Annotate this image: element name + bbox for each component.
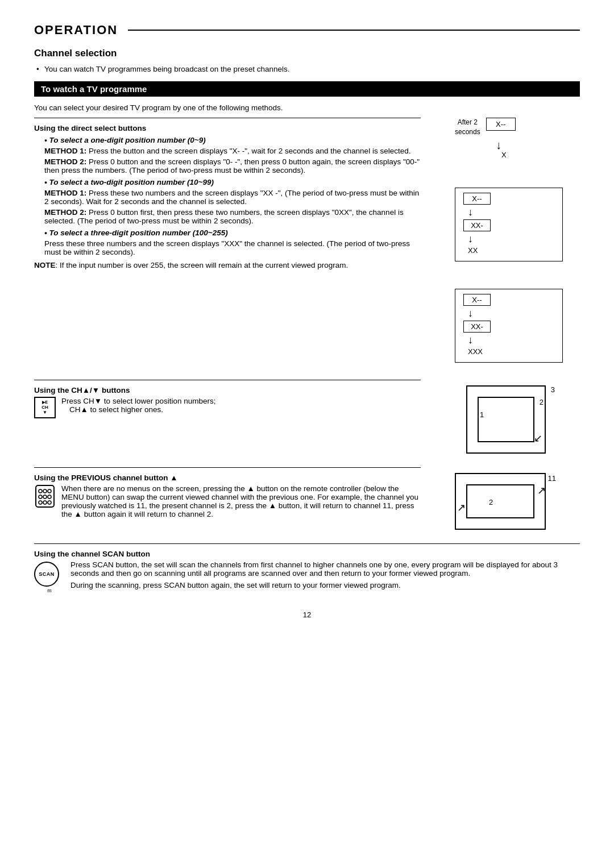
scan-text-content: Press SCAN button, the set will scan the… <box>70 560 580 589</box>
prev-channel-diagram: 11 2 ↗ ↗ <box>455 473 557 535</box>
method1-label-2d: METHOD 1: <box>44 189 86 197</box>
right-column-diagrams: After 2 seconds X-- ↓ X X-- ↓ XX- <box>432 118 580 380</box>
ch-inner-box <box>478 397 534 442</box>
svg-point-3 <box>48 489 51 493</box>
ch-icon-box: ▶E CH ▼ <box>34 397 56 418</box>
direct-select-divider <box>34 118 421 118</box>
ch-buttons-header: Using the CH▲/▼ buttons <box>34 386 421 394</box>
three-digit-italic: To select a three-digit position number … <box>44 229 421 237</box>
ch-line1: Press CH▼ to select lower position numbe… <box>61 397 215 405</box>
diag-row-xdash-3d: X-- <box>463 294 554 306</box>
ch-section-left: Using the CH▲/▼ buttons ▶E CH ▼ Press CH… <box>34 380 432 459</box>
method1-one-digit: METHOD 1: Press the button and the scree… <box>44 147 421 155</box>
three-digit-frame: X-- ↓ XX- ↓ XXX <box>455 289 563 363</box>
hand-icon <box>34 484 56 508</box>
ch-num-2: 2 <box>540 398 544 406</box>
prev-inner-box <box>466 484 534 518</box>
svg-point-6 <box>48 495 51 499</box>
diag-box-xxdash-3d: XX- <box>463 321 491 333</box>
svg-point-2 <box>43 489 47 493</box>
note-text: : If the input number is over 255, the s… <box>56 261 349 269</box>
method1-text-2d: Press these two numbers and the screen d… <box>44 189 419 206</box>
method2-text-2d: Press 0 button first, then press these t… <box>44 208 404 225</box>
prev-num-11: 11 <box>548 474 556 483</box>
ch-icon-section: ▶E CH ▼ Press CH▼ to select lower positi… <box>34 397 421 418</box>
diag-result-xx: XX <box>468 246 478 255</box>
scan-text1: Press SCAN button, the set will scan the… <box>70 560 580 578</box>
diag-arrow-3d-2: ↓ <box>468 334 554 346</box>
operation-header: OPERATION <box>34 23 580 38</box>
method1-text-1d: Press the button and the screen displays… <box>89 147 410 155</box>
note-block: NOTE: If the input number is over 255, t… <box>34 261 421 269</box>
one-digit-italic: To select a one-digit position number (0… <box>44 136 421 144</box>
ch-line2: CH▲ to select higher ones. <box>69 405 215 414</box>
main-layout: Using the direct select buttons To selec… <box>34 118 580 380</box>
xdash-box-1d: X-- <box>486 118 516 131</box>
scan-circle-icon: SCAN <box>34 562 59 587</box>
diag-row-xxresult-2d: XX <box>463 246 554 255</box>
ch-icon-label-mid: CH <box>42 405 48 410</box>
scan-header: Using the channel SCAN button <box>34 550 580 558</box>
method2-text-1d: Press 0 button and the screen displays "… <box>44 157 420 175</box>
ch-num-diagram: 3 2 1 ↙ <box>455 385 557 459</box>
three-digit-text: Press these three numbers and the screen… <box>44 239 421 256</box>
prev-channel-header: Using the PREVIOUS channel button ▲ <box>34 474 421 482</box>
x-result-1d: X <box>501 151 507 159</box>
page-number: 12 <box>34 610 580 619</box>
ch-icon-label-top: ▶E <box>42 400 48 405</box>
diag-result-xxx: XXX <box>468 347 483 356</box>
diag-row-xxx-3d: XXX <box>463 347 554 356</box>
svg-point-1 <box>39 489 42 493</box>
prev-channel-text: When there are no menus on the screen, p… <box>61 484 421 518</box>
operation-title: OPERATION <box>34 23 118 38</box>
prev-arrow-2: ↗ <box>537 484 546 497</box>
diag-arrow-3d-1: ↓ <box>468 308 554 319</box>
diag-arrow-2d-1: ↓ <box>468 206 554 218</box>
two-digit-italic: To select a two-digit position number (1… <box>44 178 421 186</box>
arrow-down-1d: ↓ <box>496 139 501 151</box>
prev-channel-layout: Using the PREVIOUS channel button ▲ Whe <box>34 467 580 535</box>
scan-sub-label: m <box>47 588 52 593</box>
ch-num-3: 3 <box>551 385 555 394</box>
channel-selection-title: Channel selection <box>34 48 580 59</box>
three-digit-diagram: X-- ↓ XX- ↓ XXX <box>455 289 580 368</box>
method2-label-2d: METHOD 2: <box>44 208 86 217</box>
ch-num-1: 1 <box>480 410 484 419</box>
note-label: NOTE <box>34 261 56 269</box>
prev-channel-diagram-right: 11 2 ↗ ↗ <box>432 467 580 535</box>
scan-content-wrap: SCAN m Press SCAN button, the set will s… <box>34 560 580 593</box>
ch-diagram-right: 3 2 1 ↙ <box>432 380 580 459</box>
svg-point-9 <box>48 501 51 504</box>
ch-arrow-down-inner: ↙ <box>534 432 542 445</box>
left-column: Using the direct select buttons To selec… <box>34 118 432 380</box>
ch-divider <box>34 380 421 380</box>
diag-arrow-2d-2: ↓ <box>468 233 554 245</box>
svg-point-8 <box>43 501 47 504</box>
direct-select-header: Using the direct select buttons <box>34 124 421 132</box>
diag-box-xdash-3d: X-- <box>463 294 491 306</box>
svg-point-4 <box>39 495 42 499</box>
method1-two-digit: METHOD 1: Press these two numbers and th… <box>44 189 421 206</box>
prev-num-2: 2 <box>489 498 493 506</box>
watch-tv-bar: To watch a TV programme <box>34 81 580 97</box>
scan-label: SCAN <box>39 571 55 577</box>
prev-arrow-1: ↗ <box>457 501 466 514</box>
diag-row-xxdash-3d: XX- <box>463 321 554 333</box>
diag-box-xdash-2d: X-- <box>463 193 491 205</box>
ch-section-layout: Using the CH▲/▼ buttons ▶E CH ▼ Press CH… <box>34 380 580 459</box>
svg-point-5 <box>43 495 47 499</box>
two-digit-diagram: X-- ↓ XX- ↓ XX <box>455 188 580 267</box>
scan-text2: During the scanning, press SCAN button a… <box>70 581 580 589</box>
method1-label-1d: METHOD 1: <box>44 147 86 155</box>
prev-channel-content: When there are no menus on the screen, p… <box>34 484 421 518</box>
ch-icon-arrow: ▼ <box>43 410 47 415</box>
single-digit-diagram: After 2 seconds X-- ↓ X <box>455 118 580 159</box>
ch-button-text: Press CH▼ to select lower position numbe… <box>61 397 215 414</box>
method2-one-digit: METHOD 2: Press 0 button and the screen … <box>44 157 421 175</box>
scan-icon-area: SCAN m <box>34 560 65 593</box>
watch-tv-intro: You can select your desired TV program b… <box>34 103 580 112</box>
method2-two-digit: METHOD 2: Press 0 button first, then pre… <box>44 208 421 225</box>
prev-channel-left: Using the PREVIOUS channel button ▲ Whe <box>34 467 432 535</box>
channel-selection-intro: You can watch TV programmes being broadc… <box>34 65 580 73</box>
prev-channel-divider <box>34 467 421 468</box>
